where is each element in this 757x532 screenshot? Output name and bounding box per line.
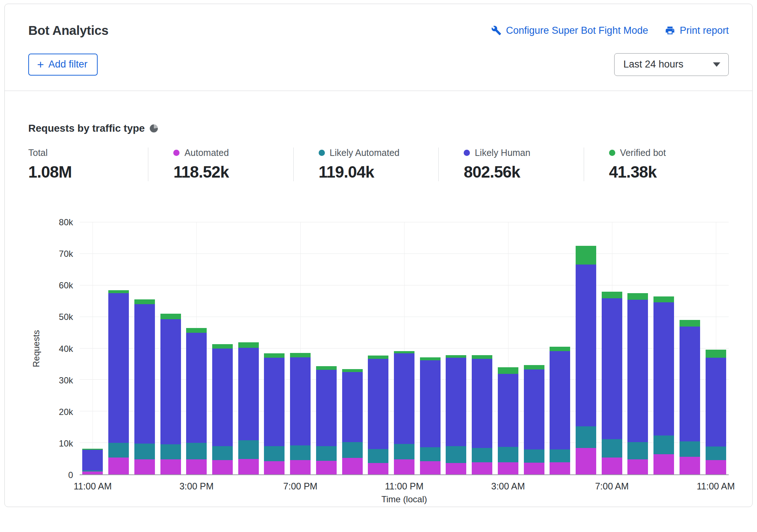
segment-likely_human[interactable] (108, 293, 129, 443)
segment-automated[interactable] (680, 457, 700, 474)
segment-likely_human[interactable] (368, 359, 388, 449)
segment-likely_human[interactable] (290, 357, 311, 445)
segment-automated[interactable] (524, 463, 544, 474)
segment-verified_bot[interactable] (186, 328, 207, 333)
stacked-bar-2-00-am-15[interactable] (472, 222, 492, 474)
segment-likely_automated[interactable] (212, 446, 233, 460)
segment-likely_automated[interactable] (627, 442, 648, 459)
segment-likely_automated[interactable] (576, 426, 596, 448)
stacked-bar-8-00-am-21[interactable] (627, 222, 648, 474)
segment-automated[interactable] (576, 448, 596, 474)
segment-likely_human[interactable] (420, 360, 441, 447)
segment-verified_bot[interactable] (680, 320, 700, 327)
segment-automated[interactable] (238, 459, 259, 474)
stacked-bar-9-00-pm-10[interactable] (342, 222, 363, 474)
print-report-link[interactable]: Print report (665, 25, 729, 36)
segment-likely_human[interactable] (472, 359, 492, 448)
stacked-bar-11-00-am-0[interactable] (82, 222, 103, 474)
segment-likely_human[interactable] (446, 358, 466, 446)
stacked-bar-11-00-am-24[interactable] (706, 222, 726, 474)
configure-super-bot-fight-mode-link[interactable]: Configure Super Bot Fight Mode (491, 25, 648, 36)
segment-likely_automated[interactable] (316, 446, 337, 461)
segment-verified_bot[interactable] (706, 350, 726, 358)
segment-automated[interactable] (316, 461, 337, 474)
segment-likely_human[interactable] (160, 319, 181, 445)
segment-likely_human[interactable] (680, 327, 700, 441)
segment-likely_human[interactable] (134, 304, 155, 444)
segment-likely_human[interactable] (653, 302, 674, 436)
segment-verified_bot[interactable] (420, 357, 441, 361)
stacked-bar-7-00-pm-8[interactable] (290, 222, 311, 474)
segment-automated[interactable] (472, 462, 492, 474)
stacked-bar-4-00-am-17[interactable] (524, 222, 544, 474)
stacked-bar-1-00-pm-2[interactable] (134, 222, 155, 474)
segment-likely_automated[interactable] (420, 447, 441, 461)
segment-verified_bot[interactable] (160, 314, 181, 319)
add-filter-button[interactable]: + Add filter (28, 54, 98, 76)
segment-verified_bot[interactable] (446, 355, 466, 358)
stacked-bar-7-00-am-20[interactable] (602, 222, 622, 474)
segment-automated[interactable] (653, 454, 674, 474)
stacked-bar-10-00-am-23[interactable] (680, 222, 700, 474)
stacked-bar-10-00-pm-11[interactable] (368, 222, 388, 474)
segment-verified_bot[interactable] (368, 356, 388, 359)
segment-automated[interactable] (342, 458, 363, 474)
segment-verified_bot[interactable] (472, 355, 492, 359)
stacked-bar-3-00-pm-4[interactable] (186, 222, 207, 474)
segment-automated[interactable] (290, 460, 311, 474)
stacked-bar-9-00-am-22[interactable] (653, 222, 674, 474)
segment-verified_bot[interactable] (108, 290, 129, 294)
segment-likely_automated[interactable] (368, 449, 388, 463)
segment-likely_automated[interactable] (134, 444, 155, 459)
segment-automated[interactable] (108, 458, 129, 474)
segment-likely_automated[interactable] (602, 439, 622, 458)
segment-likely_human[interactable] (706, 358, 726, 446)
segment-likely_human[interactable] (602, 298, 622, 439)
stacked-bar-1-00-am-14[interactable] (446, 222, 466, 474)
segment-verified_bot[interactable] (653, 296, 674, 302)
stacked-bar-5-00-pm-6[interactable] (238, 222, 259, 474)
segment-likely_automated[interactable] (342, 442, 363, 458)
stacked-bar-8-00-pm-9[interactable] (316, 222, 337, 474)
segment-automated[interactable] (82, 471, 103, 474)
segment-likely_human[interactable] (212, 349, 233, 446)
segment-automated[interactable] (602, 458, 622, 474)
segment-likely_human[interactable] (238, 348, 259, 440)
segment-likely_automated[interactable] (550, 449, 570, 462)
stacked-bar-6-00-pm-7[interactable] (264, 222, 285, 474)
segment-likely_automated[interactable] (680, 441, 700, 457)
segment-likely_human[interactable] (524, 369, 544, 449)
segment-likely_automated[interactable] (238, 440, 259, 459)
segment-likely_human[interactable] (186, 333, 207, 443)
segment-likely_human[interactable] (576, 265, 596, 426)
segment-likely_automated[interactable] (653, 436, 674, 454)
segment-likely_human[interactable] (394, 353, 414, 444)
segment-automated[interactable] (186, 459, 207, 474)
segment-likely_automated[interactable] (394, 444, 414, 459)
segment-likely_human[interactable] (264, 358, 285, 446)
segment-automated[interactable] (706, 460, 726, 475)
segment-likely_automated[interactable] (290, 445, 311, 460)
segment-likely_human[interactable] (627, 300, 648, 442)
segment-verified_bot[interactable] (550, 347, 570, 351)
segment-verified_bot[interactable] (602, 292, 622, 298)
stacked-bar-11-00-pm-12[interactable] (394, 222, 414, 474)
segment-automated[interactable] (498, 462, 518, 474)
stacked-bar-12-00-am-13[interactable] (420, 222, 441, 474)
segment-automated[interactable] (264, 461, 285, 474)
segment-verified_bot[interactable] (290, 353, 311, 357)
stacked-bar-6-00-am-19[interactable] (576, 222, 596, 474)
segment-automated[interactable] (394, 459, 414, 474)
stacked-bar-2-00-pm-3[interactable] (160, 222, 181, 474)
stacked-bar-12-00-pm-1[interactable] (108, 222, 129, 474)
segment-verified_bot[interactable] (576, 246, 596, 265)
segment-likely_human[interactable] (342, 372, 363, 442)
segment-automated[interactable] (160, 459, 181, 474)
segment-verified_bot[interactable] (498, 367, 518, 374)
segment-automated[interactable] (420, 461, 441, 474)
segment-automated[interactable] (368, 463, 388, 474)
segment-likely_human[interactable] (498, 374, 518, 447)
segment-verified_bot[interactable] (238, 342, 259, 348)
segment-likely_human[interactable] (550, 351, 570, 449)
time-range-select[interactable]: Last 24 hours (614, 53, 729, 76)
